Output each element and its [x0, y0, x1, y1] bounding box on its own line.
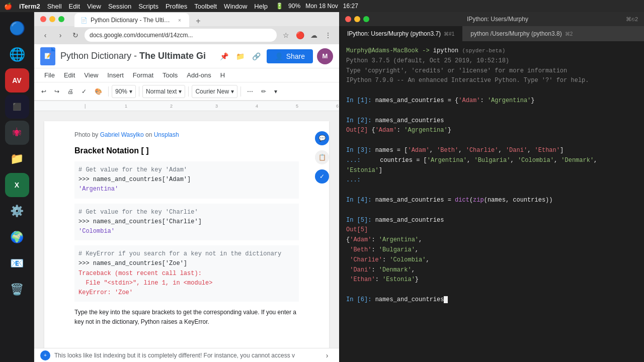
- menu-tools[interactable]: Tools: [158, 69, 182, 81]
- photo-site-link[interactable]: Unsplash: [154, 131, 179, 138]
- folder-button[interactable]: 📁: [234, 50, 247, 62]
- app-name[interactable]: iTerm2: [19, 3, 40, 10]
- terminal-maximize-button[interactable]: [363, 16, 369, 22]
- cell-4-code: names_and_countries = dict(zip(names, co…: [375, 197, 553, 204]
- dock-item-iterm2[interactable]: ⬛: [5, 95, 29, 119]
- menu-window[interactable]: Window: [224, 3, 247, 10]
- tab-close-button[interactable]: ×: [176, 17, 183, 24]
- text-style-chevron: ▾: [179, 88, 182, 95]
- expand-button[interactable]: +: [40, 350, 50, 360]
- pen-button[interactable]: ✏: [258, 85, 269, 98]
- dock-item-mail[interactable]: 📧: [5, 251, 29, 276]
- dock-item-excel[interactable]: X: [5, 173, 29, 197]
- minimize-button[interactable]: [49, 16, 55, 22]
- code-traceback: Traceback (most recent call last):: [78, 269, 295, 279]
- menu-help[interactable]: H: [216, 69, 229, 81]
- more-button[interactable]: ⋮: [322, 29, 334, 41]
- dock-item-settings[interactable]: ⚙️: [5, 199, 29, 223]
- terminal-info-3: IPython 7.9.0 -- An enhanced Interactive…: [346, 76, 637, 86]
- code-line-3: >>> names_and_countries['Zoe']: [78, 259, 295, 268]
- reload-button[interactable]: ↻: [69, 29, 82, 41]
- sync-button[interactable]: ☁: [308, 29, 320, 41]
- code-comment-2: # Get value for the key 'Charlie': [78, 208, 295, 217]
- photo-author-link[interactable]: Gabriel Wasylko: [100, 131, 144, 138]
- terminal-window: IPython: Users/Murphy ⌘⎋2 IPython: Users…: [339, 12, 644, 362]
- docs-actions: 📌 📁 🔗 👤 Share M: [218, 48, 333, 64]
- ruler: | 1 2 3 4 5 6: [34, 101, 339, 111]
- spellcheck-button[interactable]: ✓: [78, 85, 90, 98]
- maximize-button[interactable]: [58, 16, 64, 22]
- main-area: 🔵 🌐 AV ⬛ 🕷 📁 X ⚙️ 🌍 📧 🗑️ 📄 Python D: [0, 12, 644, 362]
- extensions-button[interactable]: 🔴: [294, 29, 306, 41]
- new-tab-button[interactable]: +: [192, 15, 204, 27]
- user-avatar[interactable]: M: [317, 48, 333, 64]
- menubar-right: 🔋 90% Mon 18 Nov 16:27: [276, 3, 358, 10]
- photo-credit: Photo by Gabriel Wasylko on Unsplash: [74, 131, 299, 138]
- menu-edit[interactable]: Edit: [60, 69, 79, 81]
- menu-session[interactable]: Session: [108, 3, 131, 10]
- menu-help[interactable]: Help: [254, 3, 268, 10]
- more-options-button[interactable]: ⋯: [244, 85, 256, 98]
- menu-toolbelt[interactable]: Toolbelt: [194, 3, 217, 10]
- terminal-minimize-button[interactable]: [354, 16, 360, 22]
- menu-insert[interactable]: Insert: [103, 69, 128, 81]
- dock-item-finder[interactable]: 🔵: [5, 16, 29, 40]
- close-button[interactable]: [40, 16, 46, 22]
- share-link-button[interactable]: 🔗: [251, 50, 263, 62]
- url-text: docs.google.com/document/d/14zcm...: [90, 32, 272, 39]
- font-chevron: ▾: [231, 88, 234, 95]
- menu-edit[interactable]: Edit: [69, 3, 80, 10]
- undo-button[interactable]: ↩: [38, 85, 49, 98]
- zoom-select[interactable]: 90% ▾: [112, 85, 136, 98]
- menu-view[interactable]: View: [80, 69, 102, 81]
- chevron-button[interactable]: ▾: [271, 85, 280, 98]
- paint-format-button[interactable]: 🎨: [92, 85, 105, 98]
- history-icon[interactable]: 📋: [315, 150, 329, 164]
- dock-item-antivirus[interactable]: AV: [5, 68, 29, 93]
- terminal-tab-2[interactable]: python /Users/Murphy (python3.8) ⌘2: [462, 26, 581, 41]
- print-button[interactable]: 🖨: [64, 85, 76, 98]
- check-icon[interactable]: ✓: [315, 169, 329, 184]
- browser-tab-active[interactable]: 📄 Python Dictionary - The Ultim... ×: [74, 13, 189, 27]
- bottom-nav-right[interactable]: ›: [321, 349, 333, 361]
- terminal-close-button[interactable]: [345, 16, 351, 22]
- menu-view[interactable]: View: [87, 3, 101, 10]
- font-select[interactable]: Courier New ▾: [192, 85, 237, 98]
- tab-favicon: 📄: [80, 17, 88, 24]
- dock-item-spyder[interactable]: 🕷: [5, 121, 29, 145]
- pin-button[interactable]: 📌: [218, 50, 230, 62]
- menu-addons[interactable]: Add-ons: [183, 69, 215, 81]
- menu-file[interactable]: File: [40, 69, 59, 81]
- menu-profiles[interactable]: Profiles: [166, 3, 187, 10]
- bookmark-button[interactable]: ☆: [280, 29, 292, 41]
- code-line-2: >>> names_and_countries['Charlie']: [78, 217, 295, 227]
- menubar-left: 🍎 iTerm2 Shell Edit View Session Scripts…: [4, 3, 268, 10]
- docs-icon: 📝: [40, 47, 55, 65]
- redo-button[interactable]: ↪: [51, 85, 62, 98]
- terminal-tab-1[interactable]: IPython: Users/Murphy (python3.7) ⌘#1: [339, 26, 462, 41]
- comment-icon[interactable]: 💬: [315, 131, 329, 145]
- forward-button[interactable]: ›: [54, 29, 66, 41]
- cell-5-code: names_and_countries: [375, 217, 444, 224]
- menu-shell[interactable]: Shell: [47, 3, 62, 10]
- docs-toolbar: 📝 Python Dictionary - The Ultimate Gi 📌 …: [34, 44, 339, 101]
- text-style-select[interactable]: Normal text ▾: [142, 85, 185, 98]
- terminal-cell-6-in[interactable]: In [6]: names_and_countries: [346, 295, 637, 305]
- menu-format[interactable]: Format: [129, 69, 157, 81]
- apple-menu[interactable]: 🍎: [4, 3, 12, 10]
- address-bar[interactable]: docs.google.com/document/d/14zcm...: [85, 29, 277, 42]
- dock-item-browser2[interactable]: 🌍: [5, 225, 29, 249]
- dock-item-trash[interactable]: 🗑️: [5, 278, 29, 302]
- browser-window: 📄 Python Dictionary - The Ultim... × + ‹…: [34, 12, 339, 362]
- dock-item-files[interactable]: 📁: [5, 147, 29, 171]
- docs-title[interactable]: Python Dictionary - The Ultimate Gi: [60, 51, 213, 61]
- terminal-content[interactable]: Murphy@Adams-MacBook -> ipython (spyder-…: [339, 41, 644, 362]
- dock-item-chrome[interactable]: 🌐: [5, 42, 29, 66]
- terminal-shortcut: ⌘⎋2: [626, 16, 638, 23]
- out-label-5: Out[5]: [346, 226, 368, 233]
- terminal-cell-3-dots: ...:: [346, 175, 637, 186]
- browser-chrome: 📄 Python Dictionary - The Ultim... × + ‹…: [34, 12, 339, 44]
- share-button[interactable]: 👤 Share: [267, 49, 313, 63]
- back-button[interactable]: ‹: [39, 29, 51, 41]
- menu-scripts[interactable]: Scripts: [138, 3, 158, 10]
